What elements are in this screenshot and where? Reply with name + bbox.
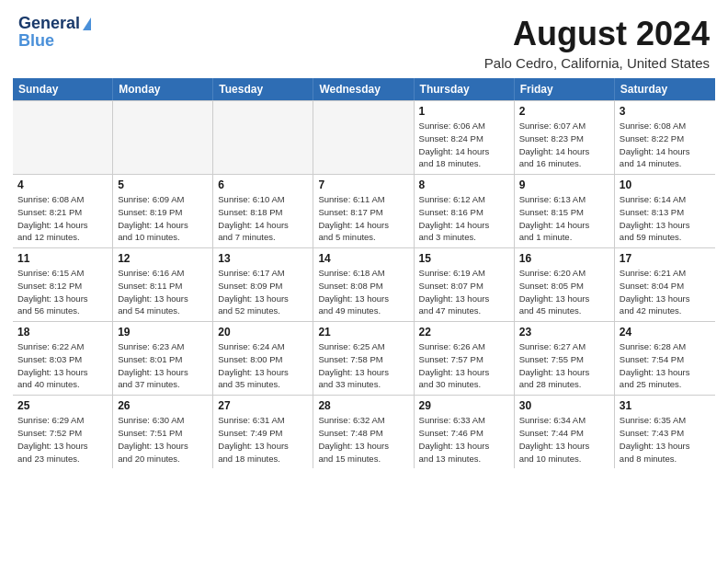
day-number: 17 [620,252,711,265]
day-number: 10 [620,178,711,191]
day-number: 31 [620,399,711,412]
day-number: 7 [318,178,408,191]
calendar-cell: 14Sunrise: 6:18 AM Sunset: 8:08 PM Dayli… [313,248,414,321]
logo: General Blue [18,15,91,51]
calendar-cell [13,101,113,174]
calendar-cell [213,101,313,174]
calendar-body: 1Sunrise: 6:06 AM Sunset: 8:24 PM Daylig… [13,100,715,468]
day-number: 5 [118,178,208,191]
calendar-cell: 4Sunrise: 6:08 AM Sunset: 8:21 PM Daylig… [13,175,113,247]
header: General Blue August 2024 Palo Cedro, Cal… [0,0,728,78]
calendar-header: SundayMondayTuesdayWednesdayThursdayFrid… [13,78,715,100]
day-number: 13 [218,252,308,265]
day-info: Sunrise: 6:31 AM Sunset: 7:49 PM Dayligh… [218,414,308,465]
calendar-cell: 12Sunrise: 6:16 AM Sunset: 8:11 PM Dayli… [113,248,213,321]
calendar-cell: 22Sunrise: 6:26 AM Sunset: 7:57 PM Dayli… [415,322,515,395]
day-info: Sunrise: 6:14 AM Sunset: 8:13 PM Dayligh… [620,193,711,244]
calendar-cell: 1Sunrise: 6:06 AM Sunset: 8:24 PM Daylig… [415,101,515,174]
day-info: Sunrise: 6:16 AM Sunset: 8:11 PM Dayligh… [118,267,208,317]
title-block: August 2024 Palo Cedro, California, Unit… [484,15,710,71]
calendar-cell: 29Sunrise: 6:33 AM Sunset: 7:46 PM Dayli… [415,396,515,468]
calendar-cell: 13Sunrise: 6:17 AM Sunset: 8:09 PM Dayli… [213,248,313,321]
day-info: Sunrise: 6:08 AM Sunset: 8:21 PM Dayligh… [17,193,108,244]
calendar-cell: 7Sunrise: 6:11 AM Sunset: 8:17 PM Daylig… [313,175,414,247]
header-day-thursday: Thursday [415,78,515,100]
calendar-cell: 27Sunrise: 6:31 AM Sunset: 7:49 PM Dayli… [213,396,313,468]
day-info: Sunrise: 6:30 AM Sunset: 7:51 PM Dayligh… [118,414,208,465]
calendar-cell: 9Sunrise: 6:13 AM Sunset: 8:15 PM Daylig… [515,175,615,247]
day-number: 3 [620,105,711,118]
calendar-cell: 26Sunrise: 6:30 AM Sunset: 7:51 PM Dayli… [113,396,213,468]
day-number: 25 [17,399,108,412]
calendar-cell: 23Sunrise: 6:27 AM Sunset: 7:55 PM Dayli… [515,322,615,395]
calendar-cell: 5Sunrise: 6:09 AM Sunset: 8:19 PM Daylig… [113,175,213,247]
day-info: Sunrise: 6:28 AM Sunset: 7:54 PM Dayligh… [620,340,711,391]
day-number: 24 [620,326,711,339]
calendar-cell: 31Sunrise: 6:35 AM Sunset: 7:43 PM Dayli… [615,396,715,468]
header-day-friday: Friday [515,78,615,100]
day-info: Sunrise: 6:17 AM Sunset: 8:09 PM Dayligh… [218,267,308,317]
header-day-tuesday: Tuesday [213,78,313,100]
subtitle: Palo Cedro, California, United States [484,55,710,71]
day-info: Sunrise: 6:06 AM Sunset: 8:24 PM Dayligh… [419,120,509,170]
day-info: Sunrise: 6:32 AM Sunset: 7:48 PM Dayligh… [318,414,408,465]
day-number: 4 [17,178,108,191]
calendar-cell [113,101,213,174]
page: General Blue August 2024 Palo Cedro, Cal… [0,0,728,563]
calendar-cell: 15Sunrise: 6:19 AM Sunset: 8:07 PM Dayli… [415,248,515,321]
calendar-week-1: 1Sunrise: 6:06 AM Sunset: 8:24 PM Daylig… [13,100,715,174]
day-info: Sunrise: 6:19 AM Sunset: 8:07 PM Dayligh… [419,267,509,317]
header-day-wednesday: Wednesday [313,78,414,100]
calendar-cell: 19Sunrise: 6:23 AM Sunset: 8:01 PM Dayli… [113,322,213,395]
day-number: 6 [218,178,308,191]
day-number: 11 [17,252,108,265]
calendar-cell: 10Sunrise: 6:14 AM Sunset: 8:13 PM Dayli… [615,175,715,247]
day-number: 23 [519,326,609,339]
day-info: Sunrise: 6:23 AM Sunset: 8:01 PM Dayligh… [118,340,208,391]
day-number: 18 [17,326,108,339]
calendar-week-5: 25Sunrise: 6:29 AM Sunset: 7:52 PM Dayli… [13,395,715,468]
day-info: Sunrise: 6:29 AM Sunset: 7:52 PM Dayligh… [17,414,108,465]
day-number: 29 [419,399,509,412]
day-number: 2 [519,105,609,118]
day-info: Sunrise: 6:34 AM Sunset: 7:44 PM Dayligh… [519,414,609,465]
calendar-cell: 17Sunrise: 6:21 AM Sunset: 8:04 PM Dayli… [615,248,715,321]
day-info: Sunrise: 6:20 AM Sunset: 8:05 PM Dayligh… [519,267,609,317]
day-number: 9 [519,178,609,191]
day-number: 16 [519,252,609,265]
calendar-cell: 11Sunrise: 6:15 AM Sunset: 8:12 PM Dayli… [13,248,113,321]
day-info: Sunrise: 6:08 AM Sunset: 8:22 PM Dayligh… [620,120,711,170]
day-number: 30 [519,399,609,412]
day-number: 1 [419,105,509,118]
calendar-cell: 18Sunrise: 6:22 AM Sunset: 8:03 PM Dayli… [13,322,113,395]
calendar-cell: 21Sunrise: 6:25 AM Sunset: 7:58 PM Dayli… [313,322,414,395]
day-number: 20 [218,326,308,339]
day-info: Sunrise: 6:18 AM Sunset: 8:08 PM Dayligh… [318,267,408,317]
day-number: 28 [318,399,408,412]
day-info: Sunrise: 6:22 AM Sunset: 8:03 PM Dayligh… [17,340,108,391]
day-info: Sunrise: 6:12 AM Sunset: 8:16 PM Dayligh… [419,193,509,244]
calendar-cell: 20Sunrise: 6:24 AM Sunset: 8:00 PM Dayli… [213,322,313,395]
day-number: 15 [419,252,509,265]
logo-blue: Blue [18,31,54,51]
header-day-sunday: Sunday [13,78,113,100]
calendar-cell: 6Sunrise: 6:10 AM Sunset: 8:18 PM Daylig… [213,175,313,247]
day-info: Sunrise: 6:21 AM Sunset: 8:04 PM Dayligh… [620,267,711,317]
calendar-cell: 3Sunrise: 6:08 AM Sunset: 8:22 PM Daylig… [615,101,715,174]
calendar-cell: 16Sunrise: 6:20 AM Sunset: 8:05 PM Dayli… [515,248,615,321]
header-day-saturday: Saturday [615,78,715,100]
calendar: SundayMondayTuesdayWednesdayThursdayFrid… [13,78,715,468]
calendar-week-4: 18Sunrise: 6:22 AM Sunset: 8:03 PM Dayli… [13,321,715,395]
day-number: 19 [118,326,208,339]
calendar-cell [313,101,414,174]
day-info: Sunrise: 6:25 AM Sunset: 7:58 PM Dayligh… [318,340,408,391]
day-info: Sunrise: 6:09 AM Sunset: 8:19 PM Dayligh… [118,193,208,244]
calendar-cell: 8Sunrise: 6:12 AM Sunset: 8:16 PM Daylig… [415,175,515,247]
day-info: Sunrise: 6:13 AM Sunset: 8:15 PM Dayligh… [519,193,609,244]
header-day-monday: Monday [113,78,213,100]
day-info: Sunrise: 6:35 AM Sunset: 7:43 PM Dayligh… [620,414,711,465]
day-number: 21 [318,326,408,339]
day-info: Sunrise: 6:10 AM Sunset: 8:18 PM Dayligh… [218,193,308,244]
day-info: Sunrise: 6:07 AM Sunset: 8:23 PM Dayligh… [519,120,609,170]
day-number: 26 [118,399,208,412]
